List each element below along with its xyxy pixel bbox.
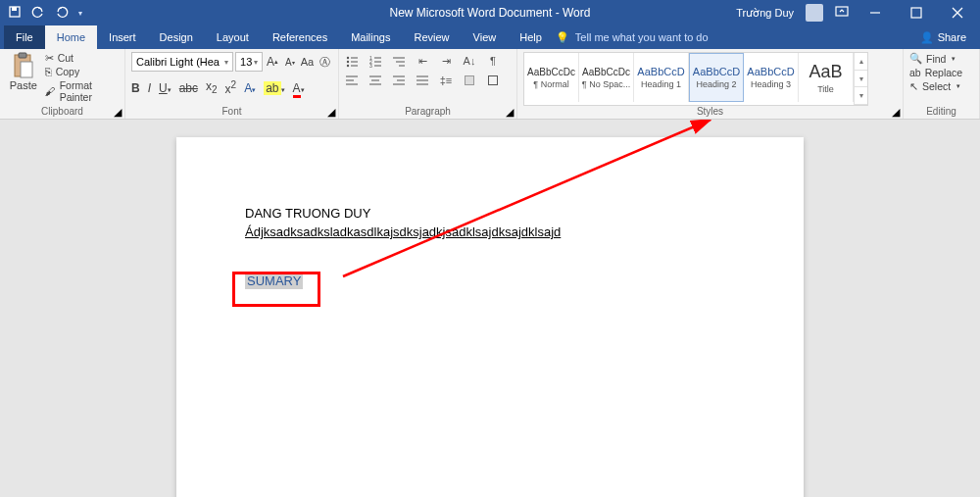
close-button[interactable] — [943, 0, 972, 25]
decrease-font-button[interactable]: A▾ — [282, 52, 298, 72]
doc-line-1[interactable]: DANG TRUONG DUY — [245, 206, 735, 221]
style-heading2[interactable]: AaBbCcDHeading 2 — [689, 53, 744, 102]
superscript-button[interactable]: x2 — [225, 79, 237, 96]
user-avatar-icon[interactable] — [806, 4, 823, 22]
ribbon-tabs: File Home Insert Design Layout Reference… — [0, 25, 980, 49]
highlight-button[interactable]: ab▾ — [264, 81, 284, 95]
sort-button[interactable]: A↓ — [463, 54, 476, 68]
tab-mailings[interactable]: Mailings — [339, 25, 402, 49]
save-icon[interactable] — [8, 5, 22, 21]
replace-icon: ab — [909, 67, 921, 78]
show-marks-button[interactable]: ¶ — [486, 54, 500, 68]
cursor-icon: ↖ — [909, 80, 918, 92]
change-case-button[interactable]: Aa — [300, 52, 316, 72]
style-name: ¶ Normal — [533, 79, 568, 89]
replace-button[interactable]: abReplace — [909, 67, 973, 78]
doc-summary-heading[interactable]: SUMARY — [245, 273, 303, 289]
redo-icon[interactable] — [55, 5, 69, 21]
style-heading3[interactable]: AaBbCcDHeading 3 — [744, 53, 799, 102]
style-name: Heading 3 — [751, 79, 791, 89]
styles-group-label: Styles — [523, 106, 897, 119]
style-name: ¶ No Spac... — [582, 79, 630, 89]
style-normal[interactable]: AaBbCcDc¶ Normal — [524, 53, 579, 102]
format-painter-label: Format Painter — [60, 79, 119, 103]
qat-customize-icon[interactable]: ▾ — [78, 9, 82, 18]
increase-indent-button[interactable]: ⇥ — [439, 54, 453, 68]
bullets-button[interactable] — [345, 54, 359, 68]
undo-icon[interactable] — [31, 5, 45, 21]
styles-dialog-launcher[interactable]: ◢ — [891, 107, 901, 117]
tab-review[interactable]: Review — [403, 25, 462, 49]
paragraph-dialog-launcher[interactable]: ◢ — [505, 107, 514, 117]
gallery-scroll: ▴ ▾ ▾ — [854, 53, 867, 105]
borders-button[interactable] — [486, 74, 500, 87]
copy-icon: ⎘ — [45, 66, 52, 77]
tab-layout[interactable]: Layout — [205, 25, 261, 49]
group-styles: AaBbCcDc¶ Normal AaBbCcDc¶ No Spac... Aa… — [517, 49, 904, 119]
doc-line-2[interactable]: Ádjksadksadksladkasdlkajsdksjadkjsadklsa… — [245, 224, 735, 239]
gallery-down-button[interactable]: ▾ — [855, 71, 867, 88]
select-button[interactable]: ↖Select▾ — [909, 80, 973, 92]
align-left-button[interactable] — [345, 74, 359, 87]
tab-view[interactable]: View — [462, 25, 509, 49]
align-center-button[interactable] — [368, 74, 382, 87]
multilevel-list-button[interactable] — [392, 54, 406, 68]
copy-button[interactable]: ⎘Copy — [45, 66, 119, 77]
gallery-more-button[interactable]: ▾ — [855, 87, 867, 105]
gallery-up-button[interactable]: ▴ — [855, 53, 867, 71]
user-name[interactable]: Trường Duy — [736, 7, 794, 20]
align-right-button[interactable] — [392, 74, 406, 87]
maximize-button[interactable] — [902, 0, 931, 25]
tab-design[interactable]: Design — [148, 25, 205, 49]
font-color-button[interactable]: A▾ — [293, 81, 305, 95]
font-group-label: Font — [131, 106, 332, 119]
svg-rect-2 — [836, 7, 848, 16]
find-label: Find — [926, 53, 946, 65]
title-bar: ▾ New Microsoft Word Document - Word Trư… — [0, 0, 980, 25]
numbering-button[interactable]: 123 — [368, 54, 382, 68]
increase-font-button[interactable]: A▴ — [265, 52, 280, 72]
clipboard-label: Clipboard — [6, 106, 119, 119]
font-dialog-launcher[interactable]: ◢ — [326, 107, 336, 117]
clear-formatting-button[interactable]: Ⓐ — [317, 52, 332, 72]
subscript-button[interactable]: x2 — [206, 79, 218, 95]
copy-label: Copy — [56, 66, 80, 77]
tab-home[interactable]: Home — [45, 25, 97, 49]
strikethrough-button[interactable]: abc — [179, 81, 198, 95]
group-editing: 🔍Find▾ abReplace ↖Select▾ Editing — [904, 49, 980, 119]
share-button[interactable]: 👤 Share — [906, 25, 980, 49]
shading-button[interactable] — [463, 74, 476, 87]
svg-point-10 — [347, 57, 349, 59]
format-painter-button[interactable]: 🖌Format Painter — [45, 79, 119, 103]
justify-button[interactable] — [416, 74, 429, 87]
tab-help[interactable]: Help — [508, 25, 554, 49]
ribbon-display-icon[interactable] — [835, 6, 849, 20]
find-button[interactable]: 🔍Find▾ — [909, 52, 973, 65]
style-preview: AaBbCcD — [693, 66, 740, 77]
tab-file[interactable]: File — [4, 25, 45, 49]
style-heading1[interactable]: AaBbCcDHeading 1 — [634, 53, 689, 102]
cut-button[interactable]: ✂Cut — [45, 52, 119, 64]
cut-label: Cut — [58, 52, 74, 64]
style-no-spacing[interactable]: AaBbCcDc¶ No Spac... — [579, 53, 634, 102]
bold-button[interactable]: B — [131, 81, 140, 95]
page[interactable]: DANG TRUONG DUY Ádjksadksadksladkasdlkaj… — [176, 137, 804, 497]
tab-references[interactable]: References — [261, 25, 339, 49]
minimize-button[interactable] — [860, 0, 890, 25]
font-size-combo[interactable]: 13▾ — [235, 52, 263, 72]
clipboard-dialog-launcher[interactable]: ◢ — [113, 107, 122, 117]
underline-button[interactable]: U▾ — [159, 81, 172, 95]
decrease-indent-button[interactable]: ⇤ — [416, 54, 429, 68]
font-name-combo[interactable]: Calibri Light (Hea▾ — [131, 52, 233, 72]
text-effects-button[interactable]: A▾ — [244, 81, 256, 95]
tell-me-search[interactable]: 💡 Tell me what you want to do — [556, 25, 709, 49]
group-paragraph: 123 ⇤ ⇥ A↓ ¶ ‡≡ Paragraph ◢ — [339, 49, 517, 119]
style-preview: AaBbCcD — [747, 66, 794, 77]
document-area[interactable]: DANG TRUONG DUY Ádjksadksadksladkasdlkaj… — [0, 120, 980, 497]
style-title[interactable]: AaBTitle — [799, 53, 854, 102]
svg-rect-9 — [21, 62, 32, 77]
line-spacing-button[interactable]: ‡≡ — [439, 74, 453, 87]
italic-button[interactable]: I — [148, 81, 151, 95]
tab-insert[interactable]: Insert — [97, 25, 148, 49]
paste-button[interactable]: Paste — [6, 52, 41, 106]
